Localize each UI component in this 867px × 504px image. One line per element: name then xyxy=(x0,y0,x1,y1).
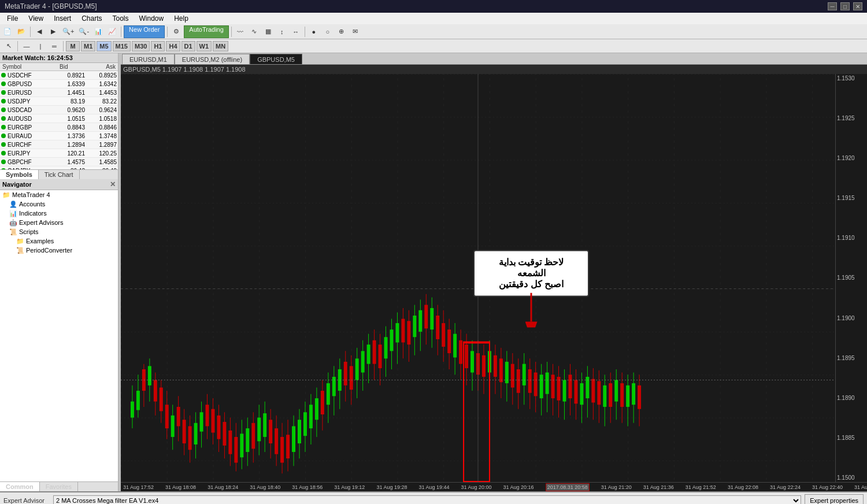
symbol-dot xyxy=(1,151,6,155)
nav-item-label: MetaTrader 4 xyxy=(12,191,50,198)
tf-m30[interactable]: M30 xyxy=(132,41,150,51)
email-btn[interactable]: ✉ xyxy=(349,25,362,38)
tab-tick-chart[interactable]: Tick Chart xyxy=(39,170,80,179)
symbol-name: EURUSD xyxy=(8,90,53,96)
minimize-btn[interactable]: ─ xyxy=(828,2,837,10)
symbol-list: USDCHF 0.8921 0.8925 GBPUSD 1.6339 1.634… xyxy=(0,71,118,169)
tf-m1[interactable]: M1 xyxy=(81,41,95,51)
menu-tools[interactable]: Tools xyxy=(108,14,134,23)
symbol-bid: 0.8843 xyxy=(53,124,85,131)
svg-rect-26 xyxy=(194,423,198,444)
tf-m[interactable]: M xyxy=(66,41,80,51)
nav-item-icon: 📜 xyxy=(9,228,17,236)
oscillator-btn[interactable]: ∿ xyxy=(248,25,261,38)
expert-properties-btn[interactable]: Expert properties xyxy=(805,494,864,504)
tf-h4[interactable]: H4 xyxy=(166,41,180,51)
tf-d1[interactable]: D1 xyxy=(181,41,195,51)
tab-symbols[interactable]: Symbols xyxy=(0,170,39,179)
nav-item[interactable]: 📁 MetaTrader 4 xyxy=(0,190,118,199)
new-order-btn[interactable]: New Order xyxy=(124,25,165,38)
symbol-row[interactable]: EURJPY 120.21 120.25 xyxy=(0,149,118,158)
menu-view[interactable]: View xyxy=(24,14,48,23)
svg-rect-46 xyxy=(251,423,255,449)
dot-btn[interactable]: ● xyxy=(307,25,320,38)
tf-h1[interactable]: H1 xyxy=(151,41,165,51)
hline-tool[interactable]: ═ xyxy=(48,40,61,53)
svg-rect-78 xyxy=(344,362,347,386)
window-title: MetaTrader 4 - [GBPUSD,M5] xyxy=(5,2,97,10)
svg-rect-176 xyxy=(626,386,629,407)
close-btn[interactable]: ✕ xyxy=(853,2,862,10)
cursor-tool[interactable]: ↖ xyxy=(2,40,15,53)
col-symbol: Symbol xyxy=(2,64,21,70)
zoomin-btn[interactable]: 🔍+ xyxy=(61,25,76,38)
svg-rect-82 xyxy=(355,358,359,380)
line-btn[interactable]: 📈 xyxy=(106,25,118,38)
nav-item-label: PeriodConverter xyxy=(26,247,72,254)
svg-rect-118 xyxy=(459,340,462,364)
svg-rect-170 xyxy=(609,383,612,407)
symbol-row[interactable]: EURCHF 1.2894 1.2897 xyxy=(0,140,118,149)
nav-tab-common[interactable]: Common xyxy=(0,482,40,491)
tf-mn[interactable]: MN xyxy=(213,41,228,51)
open-btn[interactable]: 📂 xyxy=(15,25,28,38)
time-1: 31 Aug 17:52 xyxy=(123,484,154,490)
tf-m5[interactable]: M5 xyxy=(97,41,111,51)
navigator-close-btn[interactable]: ✕ xyxy=(110,180,116,188)
circle-btn[interactable]: ○ xyxy=(321,25,334,38)
nav-item[interactable]: 📜 PeriodConverter xyxy=(0,246,118,255)
nav-tab-favorites[interactable]: Favorites xyxy=(40,482,78,491)
cross-btn[interactable]: ⊕ xyxy=(335,25,348,38)
symbol-bid: 1.6339 xyxy=(53,81,85,87)
symbol-row[interactable]: GBPUSD 1.6339 1.6342 xyxy=(0,80,118,88)
nav-item[interactable]: 📁 Examples xyxy=(0,236,118,246)
back-btn[interactable]: ◀ xyxy=(33,25,46,38)
svg-rect-96 xyxy=(395,323,399,342)
svg-rect-156 xyxy=(568,375,572,398)
svg-rect-64 xyxy=(303,412,307,436)
svg-rect-32 xyxy=(211,409,214,433)
tool4-btn[interactable]: ↕ xyxy=(276,25,288,38)
symbol-row[interactable]: EURUSD 1.4451 1.4453 xyxy=(0,88,118,97)
symbol-row[interactable]: AUDUSD 1.0515 1.0518 xyxy=(0,114,118,123)
nav-item[interactable]: 📊 Indicators xyxy=(0,209,118,218)
chart-tab-gbpusd-m5[interactable]: GBPUSD,M5 xyxy=(250,54,302,64)
nav-item[interactable]: 📜 Scripts xyxy=(0,227,118,236)
indicator-btn[interactable]: 〰 xyxy=(234,25,247,38)
nav-item[interactable]: 👤 Accounts xyxy=(0,199,118,209)
auto-trading-btn[interactable]: AutoTrading xyxy=(184,25,229,38)
tool3-btn[interactable]: ▦ xyxy=(262,25,275,38)
vline-tool[interactable]: | xyxy=(34,40,47,53)
chart-canvas[interactable]: 1.1530 1.1925 1.1920 1.1915 1.1910 1.190… xyxy=(121,74,867,482)
tf-w1[interactable]: W1 xyxy=(197,41,212,51)
menu-charts[interactable]: Charts xyxy=(77,14,106,23)
menu-window[interactable]: Window xyxy=(135,14,169,23)
chart-tab-eurusd-m1[interactable]: EURUSD,M1 xyxy=(122,54,175,64)
new-btn[interactable]: 📄 xyxy=(1,25,14,38)
tool5-btn[interactable]: ↔ xyxy=(290,25,302,38)
forward-btn[interactable]: ▶ xyxy=(47,25,60,38)
symbol-row[interactable]: USDJPY 83.19 83.22 xyxy=(0,97,118,106)
chart-btn[interactable]: 📊 xyxy=(92,25,105,38)
chart-tab-eurusd-m2[interactable]: EURUSD,M2 (offline) xyxy=(175,54,250,64)
zoomout-btn[interactable]: 🔍- xyxy=(77,25,91,38)
symbol-row[interactable]: USDCAD 0.9620 0.9624 xyxy=(0,106,118,114)
expert-btn[interactable]: ⚙ xyxy=(170,25,183,38)
menu-help[interactable]: Help xyxy=(169,14,193,23)
annotation-line2: اصبح كل دقيقتين xyxy=(484,279,579,290)
svg-rect-54 xyxy=(275,428,278,454)
symbol-row[interactable]: GBPCHF 1.4575 1.4585 xyxy=(0,158,118,166)
restore-btn[interactable]: □ xyxy=(840,2,850,10)
svg-rect-112 xyxy=(442,323,445,347)
symbol-row[interactable]: EURAUD 1.3736 1.3748 xyxy=(0,132,118,140)
nav-item[interactable]: 🤖 Expert Advisors xyxy=(0,218,118,227)
tf-m15[interactable]: M15 xyxy=(113,41,131,51)
ea-dropdown[interactable]: 2 MA Crosses Mega filter EA V1.ex4 xyxy=(53,495,801,504)
menu-file[interactable]: File xyxy=(2,14,23,23)
symbol-row[interactable]: EURGBP 0.8843 0.8846 xyxy=(0,123,118,132)
menu-insert[interactable]: Insert xyxy=(49,14,76,23)
symbol-row[interactable]: USDCHF 0.8921 0.8925 xyxy=(0,71,118,80)
svg-rect-158 xyxy=(574,380,577,404)
line-tool[interactable]: — xyxy=(20,40,33,53)
sep7 xyxy=(63,41,64,51)
